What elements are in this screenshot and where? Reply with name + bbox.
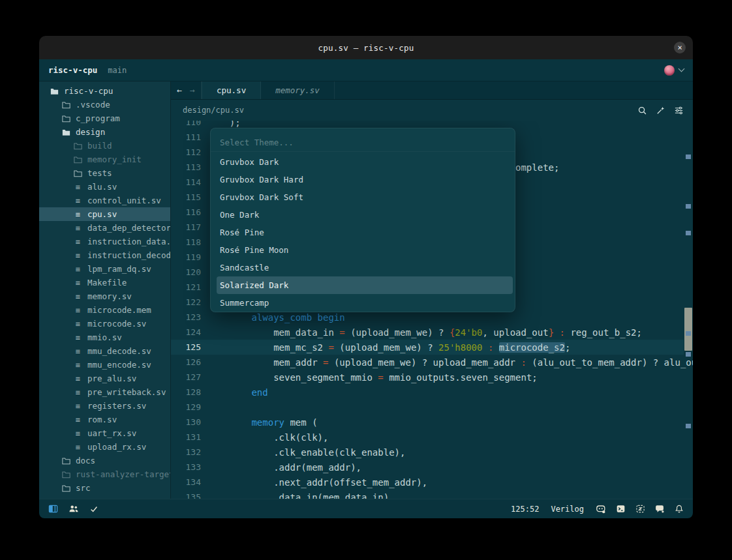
chat-icon[interactable] <box>655 504 665 514</box>
diagnostics-check-icon[interactable] <box>89 505 99 514</box>
tree-item-memory_init[interactable]: memory_init <box>39 153 170 166</box>
theme-option-one-dark[interactable]: One Dark <box>217 206 513 224</box>
code-line-133[interactable]: 133 .addr(mem_addr), <box>171 460 684 475</box>
code-line-content: ); <box>207 121 241 128</box>
theme-option-ros-pine-moon[interactable]: Rosé Pine Moon <box>217 241 513 259</box>
tree-item-label: pre_writeback.sv <box>87 387 166 397</box>
tree-item-uart_rx.sv[interactable]: ≡uart_rx.sv <box>39 426 170 440</box>
folder-open-icon <box>61 128 70 136</box>
topbar-right <box>664 65 684 76</box>
tree-item-build[interactable]: build <box>39 139 170 153</box>
code-line-126[interactable]: 126 mem_addr = (upload_mem_we) ? upload_… <box>171 355 684 370</box>
tree-item-instruction_data.sv[interactable]: ≡instruction_data.sv <box>39 235 170 248</box>
tree-item-rom.sv[interactable]: ≡rom.sv <box>39 413 170 426</box>
tree-item-label: docs <box>76 456 95 465</box>
line-number: 113 <box>171 162 201 172</box>
theme-option-summercamp[interactable]: Summercamp <box>217 294 513 312</box>
tree-item-microcode.sv[interactable]: ≡microcode.sv <box>39 317 170 331</box>
tree-item-Makefile[interactable]: ≡Makefile <box>39 276 170 289</box>
tree-item-label: mmio.sv <box>87 332 122 342</box>
tree-item-risc-v-cpu[interactable]: risc-v-cpu <box>39 84 170 98</box>
code-line-131[interactable]: 131 .clk(clk), <box>171 430 684 445</box>
line-number: 111 <box>171 132 201 142</box>
tree-item-mmu_encode.sv[interactable]: ≡mmu_encode.sv <box>39 358 170 372</box>
line-number: 114 <box>171 177 201 187</box>
breadcrumb[interactable]: design/cpu.sv <box>183 106 244 115</box>
tree-item-.vscode[interactable]: .vscode <box>39 98 170 111</box>
tree-item-c_program[interactable]: c_program <box>39 111 170 125</box>
tree-item-upload_rx.sv[interactable]: ≡upload_rx.sv <box>39 440 170 454</box>
collab-panel-icon[interactable] <box>69 504 79 514</box>
file-icon: ≡ <box>73 196 82 205</box>
close-icon[interactable]: × <box>674 42 686 53</box>
tree-item-registers.sv[interactable]: ≡registers.sv <box>39 399 170 413</box>
code-line-130[interactable]: 130 memory mem ( <box>171 415 684 430</box>
inline-assist-icon[interactable] <box>656 106 665 115</box>
theme-option-gruvbox-dark-hard[interactable]: Gruvbox Dark Hard <box>217 171 513 188</box>
cursor-position[interactable]: 125:52 <box>511 505 539 514</box>
branch-name[interactable]: main <box>108 66 127 75</box>
folder-open-icon <box>50 87 59 95</box>
tree-item-tests[interactable]: tests <box>39 166 170 180</box>
code-line-132[interactable]: 132 .clk_enable(clk_enable), <box>171 445 684 460</box>
folder-icon <box>61 471 70 479</box>
line-number: 121 <box>171 282 201 292</box>
tree-item-lpm_ram_dq.sv[interactable]: ≡lpm_ram_dq.sv <box>39 262 170 276</box>
code-line-125[interactable]: 125 mem_mc_s2 = (upload_mem_we) ? 25'h80… <box>171 340 684 355</box>
tree-item-microcode.mem[interactable]: ≡microcode.mem <box>39 303 170 317</box>
tree-item-control_unit.sv[interactable]: ≡control_unit.sv <box>39 194 170 207</box>
tree-item-mmu_decode.sv[interactable]: ≡mmu_decode.sv <box>39 344 170 358</box>
tree-item-alu.sv[interactable]: ≡alu.sv <box>39 180 170 194</box>
tree-item-rust-analyzer-target[interactable]: rust-analyzer-target <box>39 467 170 481</box>
bell-icon[interactable] <box>675 504 684 514</box>
nav-forward-button[interactable]: → <box>190 85 195 95</box>
tree-item-cpu.sv[interactable]: ≡cpu.sv <box>39 207 170 221</box>
title-bar[interactable]: cpu.sv — risc-v-cpu × <box>39 36 693 59</box>
code-line-129[interactable]: 129 <box>171 400 684 415</box>
tab-memory-sv[interactable]: memory.sv <box>261 81 335 99</box>
statusbar-right: 125:52 Verilog <box>511 504 684 514</box>
theme-option-gruvbox-dark[interactable]: Gruvbox Dark <box>217 153 513 171</box>
tree-item-instruction_decoder[interactable]: ≡instruction_decoder <box>39 248 170 262</box>
scrollbar[interactable] <box>684 121 693 499</box>
theme-picker-modal: Select Theme... Gruvbox DarkGruvbox Dark… <box>210 128 515 312</box>
project-panel-toggle-icon[interactable] <box>48 504 58 514</box>
tree-item-mmio.sv[interactable]: ≡mmio.sv <box>39 331 170 344</box>
terminal-icon[interactable] <box>616 504 626 514</box>
tree-item-memory.sv[interactable]: ≡memory.sv <box>39 289 170 303</box>
theme-option-gruvbox-dark-soft[interactable]: Gruvbox Dark Soft <box>217 188 513 206</box>
repl-z-icon[interactable] <box>635 504 645 514</box>
tree-item-label: instruction_data.sv <box>87 237 170 246</box>
theme-option-solarized-dark[interactable]: Solarized Dark <box>217 276 513 294</box>
code-line-135[interactable]: 135 .data_in(mem_data_in) <box>171 490 684 499</box>
avatar[interactable] <box>664 65 675 76</box>
tree-item-src[interactable]: src <box>39 481 170 495</box>
project-name[interactable]: risc-v-cpu <box>48 65 97 75</box>
code-editor[interactable]: 110 );111112113 complete;114115116117118… <box>171 121 693 499</box>
theme-search-input[interactable]: Select Theme... <box>211 134 515 152</box>
breadcrumb-row: design/cpu.sv <box>171 100 693 121</box>
chevron-down-icon[interactable] <box>679 66 685 72</box>
language-selector[interactable]: Verilog <box>551 505 584 514</box>
tree-item-docs[interactable]: docs <box>39 454 170 467</box>
code-line-127[interactable]: 127 seven_segment_mmio = mmio_outputs.se… <box>171 370 684 385</box>
tree-item-design[interactable]: design <box>39 125 170 139</box>
tree-item-label: rom.sv <box>87 415 117 424</box>
editor-controls-icon[interactable] <box>674 106 684 115</box>
code-line-content: mem_data_in = (upload_mem_we) ? {24'b0, … <box>207 327 642 338</box>
tree-item-pre_alu.sv[interactable]: ≡pre_alu.sv <box>39 372 170 385</box>
scrollbar-thumb[interactable] <box>684 308 692 351</box>
tab-cpu-sv[interactable]: cpu.sv <box>202 81 261 99</box>
file-icon: ≡ <box>73 415 82 424</box>
code-line-124[interactable]: 124 mem_data_in = (upload_mem_we) ? {24'… <box>171 325 684 340</box>
theme-option-sandcastle[interactable]: Sandcastle <box>217 259 513 276</box>
nav-back-button[interactable]: ← <box>177 85 182 95</box>
tree-item-pre_writeback.sv[interactable]: ≡pre_writeback.sv <box>39 385 170 399</box>
copilot-icon[interactable] <box>596 504 606 514</box>
code-line-134[interactable]: 134 .next_addr(offset_mem_addr), <box>171 475 684 490</box>
code-line-128[interactable]: 128 end <box>171 385 684 400</box>
tree-item-data_dep_detector.s[interactable]: ≡data_dep_detector.s <box>39 221 170 235</box>
theme-option-ros-pine[interactable]: Rosé Pine <box>217 224 513 241</box>
search-icon[interactable] <box>637 106 647 115</box>
line-number: 134 <box>171 477 201 487</box>
